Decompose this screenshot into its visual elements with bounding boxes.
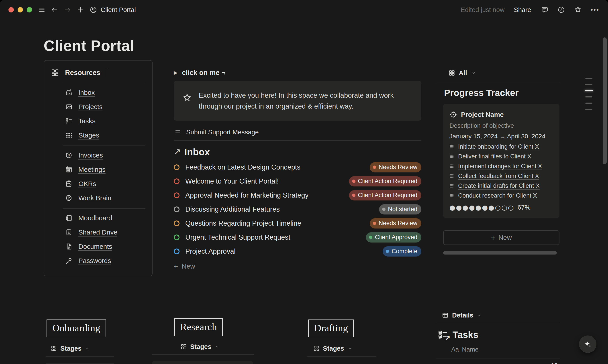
status-badge[interactable]: Needs Review xyxy=(370,162,421,172)
sidebar-item-passwords[interactable]: Passwords xyxy=(65,254,152,268)
project-name-row[interactable]: Project Name xyxy=(449,110,553,119)
breadcrumb-page-title[interactable]: Client Portal xyxy=(101,6,136,13)
back-icon[interactable] xyxy=(51,6,58,13)
toggle-block[interactable]: ▶ click on me ¬ xyxy=(174,68,421,78)
sidebar-item-projects[interactable]: Projects xyxy=(65,100,152,114)
stages-view-selector[interactable]: Stages xyxy=(181,342,220,351)
task-link[interactable]: Conduct research for Client X xyxy=(449,191,553,200)
task-link[interactable]: Create initial drafts for Client X xyxy=(449,181,553,191)
inbox-row[interactable]: Feedback on Latest Design Concepts Needs… xyxy=(174,160,421,174)
sidebar-item-label: Shared Drive xyxy=(78,229,117,236)
inbox-row[interactable]: Welcome to Your Client Portal! Client Ac… xyxy=(174,174,421,188)
task-link-label[interactable]: Create initial drafts for Client X xyxy=(458,182,540,189)
inbox-row[interactable]: Urgent Technical Support Request Client … xyxy=(174,230,421,244)
project-card[interactable]: Project Name Description of objective Ja… xyxy=(443,104,559,218)
sidebar-item-inbox[interactable]: Inbox xyxy=(65,85,152,100)
page-outline-indicator[interactable] xyxy=(585,78,594,115)
task-link-label[interactable]: Conduct research for Client X xyxy=(458,192,537,199)
sidebar-item-meetings[interactable]: Meetings xyxy=(65,162,152,177)
task-link[interactable]: Implement changes for Client X xyxy=(449,161,553,171)
vertical-scrollbar[interactable] xyxy=(603,37,607,164)
horizontal-scrollbar[interactable] xyxy=(443,251,557,255)
stages-label[interactable]: Stages xyxy=(190,343,211,351)
inbox-item-title[interactable]: Questions Regarding Project Timeline xyxy=(185,219,364,227)
resources-header[interactable]: Resources xyxy=(44,61,152,77)
tracker-new-button[interactable]: + New xyxy=(443,230,559,245)
view-selector-all[interactable]: All xyxy=(436,68,560,78)
share-button[interactable]: Share xyxy=(514,6,531,13)
details-view-selector[interactable]: Details xyxy=(436,310,560,320)
toggle-label[interactable]: click on me ¬ xyxy=(182,69,226,77)
inbox-database-header[interactable]: ↗ Inbox xyxy=(174,145,421,158)
task-link-label[interactable]: Initiate onboarding for Client X xyxy=(458,143,539,150)
close-window-button[interactable] xyxy=(8,7,14,13)
inbox-row[interactable]: Discussing Additional Features Not start… xyxy=(174,202,421,216)
inbox-item-title[interactable]: Project Approval xyxy=(185,247,377,255)
view-label[interactable]: All xyxy=(459,69,467,77)
stages-label[interactable]: Stages xyxy=(60,345,81,352)
sidebar-item-moodboard[interactable]: Moodboard xyxy=(65,211,152,225)
task-link-label[interactable]: Deliver final files to Client X xyxy=(458,153,531,160)
history-icon[interactable] xyxy=(557,6,565,13)
inbox-item-title[interactable]: Discussing Additional Features xyxy=(185,205,373,213)
outline-dash-icon[interactable] xyxy=(585,103,592,104)
status-badge[interactable]: Client Action Required xyxy=(349,176,421,186)
submit-support-button[interactable]: Submit Support Message xyxy=(174,127,421,137)
tasks-title[interactable]: Tasks xyxy=(453,329,478,340)
resources-title[interactable]: Resources xyxy=(65,69,100,77)
status-badge[interactable]: Needs Review xyxy=(370,218,421,229)
inbox-title[interactable]: Inbox xyxy=(184,147,210,157)
project-name[interactable]: Project Name xyxy=(461,111,504,118)
inbox-item-title[interactable]: Approval Needed for Marketing Strategy xyxy=(185,191,343,199)
inbox-item-title[interactable]: Urgent Technical Support Request xyxy=(185,234,360,241)
task-link[interactable]: Deliver final files to Client X xyxy=(449,152,553,161)
sidebar-item-invoices[interactable]: $ Invoices xyxy=(65,148,152,162)
inbox-row[interactable]: Project Approval Complete xyxy=(174,244,421,258)
sidebar-item-work-brain[interactable]: Work Brain xyxy=(65,191,152,205)
task-link[interactable]: Collect feedback from Client X xyxy=(449,171,553,181)
outline-dash-icon[interactable] xyxy=(585,96,592,97)
status-badge[interactable]: Not started xyxy=(379,204,421,214)
inbox-row[interactable]: Questions Regarding Project Timeline Nee… xyxy=(174,216,421,230)
toggle-triangle-icon[interactable]: ▶ xyxy=(174,70,177,76)
inbox-item-title[interactable]: Feedback on Latest Design Concepts xyxy=(185,163,364,171)
count-footer[interactable]: COUNT 16 xyxy=(436,362,560,364)
outline-dash-icon[interactable] xyxy=(585,84,592,85)
minimize-window-button[interactable] xyxy=(18,7,23,13)
ai-sparkle-button[interactable] xyxy=(579,336,596,353)
status-dot-icon xyxy=(369,236,372,239)
invoices-icon: $ xyxy=(65,152,73,159)
task-link-label[interactable]: Collect feedback from Client X xyxy=(458,173,539,180)
inbox-row[interactable]: Approval Needed for Marketing Strategy C… xyxy=(174,188,421,202)
tasks-database-header[interactable]: ↗ Tasks xyxy=(436,328,560,341)
outline-dash-icon[interactable] xyxy=(585,78,592,79)
status-badge[interactable]: Complete xyxy=(383,246,421,257)
stage-card-partial[interactable] xyxy=(152,361,253,364)
new-tab-icon[interactable] xyxy=(77,6,84,13)
task-link[interactable]: Initiate onboarding for Client X xyxy=(449,142,553,152)
sidebar-item-shared-drive[interactable]: Shared Drive xyxy=(65,225,152,239)
task-link-label[interactable]: Implement changes for Client X xyxy=(458,163,542,170)
details-label[interactable]: Details xyxy=(452,312,473,319)
name-property-header[interactable]: Aa Name xyxy=(436,345,560,354)
sidebar-item-stages[interactable]: Stages xyxy=(65,128,152,143)
sidebar-item-documents[interactable]: Documents xyxy=(65,239,152,254)
outline-dash-active-icon[interactable] xyxy=(585,90,593,91)
submit-support-label[interactable]: Submit Support Message xyxy=(186,129,259,136)
comments-icon[interactable] xyxy=(541,6,549,13)
more-options-icon[interactable]: ••• xyxy=(591,6,600,13)
sidebar-item-tasks[interactable]: Tasks xyxy=(65,114,152,128)
favorite-star-icon[interactable] xyxy=(574,6,582,14)
outline-dash-icon[interactable] xyxy=(585,109,592,110)
inbox-item-title[interactable]: Welcome to Your Client Portal! xyxy=(185,177,343,185)
zoom-window-button[interactable] xyxy=(27,7,32,13)
stages-view-selector[interactable]: Stages xyxy=(51,344,90,353)
stages-label[interactable]: Stages xyxy=(323,345,344,352)
forward-icon[interactable] xyxy=(64,6,71,13)
sidebar-toggle-icon[interactable] xyxy=(38,6,45,13)
status-badge[interactable]: Client Approved xyxy=(366,232,421,243)
inbox-new-button[interactable]: + New xyxy=(174,261,214,272)
status-badge[interactable]: Client Action Required xyxy=(349,190,421,200)
sidebar-item-okrs[interactable]: OKRs xyxy=(65,177,152,191)
stages-view-selector[interactable]: Stages xyxy=(313,344,352,353)
